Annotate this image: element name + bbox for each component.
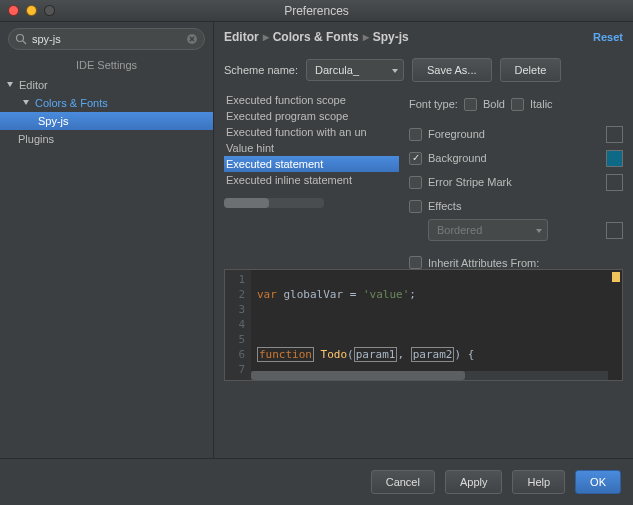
disclosure-icon[interactable]	[22, 99, 30, 107]
list-item[interactable]: Executed inline statement	[224, 172, 399, 188]
zoom-window-icon	[44, 5, 55, 16]
scheme-value: Darcula_	[315, 64, 359, 76]
effects-label: Effects	[428, 200, 461, 212]
error-stripe-swatch[interactable]	[606, 174, 623, 191]
help-button[interactable]: Help	[512, 470, 565, 494]
stripe-marker-icon	[612, 272, 620, 282]
sidebar: IDE Settings Editor Colors & Fonts Spy-j…	[0, 22, 214, 458]
italic-label: Italic	[530, 98, 553, 110]
disclosure-icon[interactable]	[6, 81, 14, 89]
attr-list-wrap: Executed function scope Executed program…	[224, 92, 399, 269]
delete-button[interactable]: Delete	[500, 58, 562, 82]
foreground-checkbox[interactable]	[409, 128, 422, 141]
error-stripe-label: Error Stripe Mark	[428, 176, 512, 188]
effects-checkbox[interactable]	[409, 200, 422, 213]
chevron-right-icon: ▸	[363, 30, 369, 44]
minimize-window-icon[interactable]	[26, 5, 37, 16]
tree-label: Colors & Fonts	[35, 97, 108, 109]
tree-label: Plugins	[18, 133, 54, 145]
tree-label: Spy-js	[38, 115, 69, 127]
scheme-label: Scheme name:	[224, 64, 298, 76]
background-label: Background	[428, 152, 487, 164]
gutter: 1234567	[225, 270, 251, 380]
list-item[interactable]: Value hint	[224, 140, 399, 156]
settings-tree[interactable]: Editor Colors & Fonts Spy-js Plugins	[0, 76, 213, 458]
clear-icon[interactable]	[186, 33, 198, 45]
horizontal-scrollbar[interactable]	[224, 198, 324, 208]
bold-checkbox[interactable]	[464, 98, 477, 111]
content-panel: Editor ▸ Colors & Fonts ▸ Spy-js Reset S…	[214, 22, 633, 458]
tree-label: Editor	[19, 79, 48, 91]
reset-link[interactable]: Reset	[593, 31, 623, 43]
bold-label: Bold	[483, 98, 505, 110]
tree-item-plugins[interactable]: Plugins	[0, 130, 213, 148]
list-item[interactable]: Executed function scope	[224, 92, 399, 108]
svg-point-0	[17, 35, 24, 42]
code-area: var globalVar = 'value'; function Todo(p…	[251, 270, 608, 370]
svg-line-1	[23, 41, 26, 44]
crumb[interactable]: Editor	[224, 30, 259, 44]
inherit-checkbox[interactable]	[409, 256, 422, 269]
error-stripe-checkbox[interactable]	[409, 176, 422, 189]
effects-kind-value: Bordered	[437, 224, 482, 236]
code-preview[interactable]: 1234567 var globalVar = 'value'; functio…	[224, 269, 623, 381]
background-swatch[interactable]	[606, 150, 623, 167]
apply-button[interactable]: Apply	[445, 470, 503, 494]
scheme-select[interactable]: Darcula_	[306, 59, 404, 81]
list-item[interactable]: Executed function with an un	[224, 124, 399, 140]
options-panel: Font type: Bold Italic Foreground Backgr…	[409, 92, 623, 269]
tree-item-spy-js[interactable]: Spy-js	[0, 112, 213, 130]
window-title: Preferences	[0, 4, 633, 18]
search-icon	[15, 33, 27, 45]
tree-item-editor[interactable]: Editor	[0, 76, 213, 94]
breadcrumb: Editor ▸ Colors & Fonts ▸ Spy-js	[224, 30, 409, 44]
search-input[interactable]	[32, 33, 181, 45]
background-checkbox[interactable]	[409, 152, 422, 165]
horizontal-scrollbar[interactable]	[251, 371, 608, 380]
inherit-label: Inherit Attributes From:	[428, 257, 539, 269]
effects-kind-select[interactable]: Bordered	[428, 219, 548, 241]
foreground-swatch[interactable]	[606, 126, 623, 143]
button-bar: Cancel Apply Help OK	[0, 458, 633, 504]
crumb[interactable]: Spy-js	[373, 30, 409, 44]
titlebar: Preferences	[0, 0, 633, 22]
ok-button[interactable]: OK	[575, 470, 621, 494]
window-controls	[8, 5, 55, 16]
search-field[interactable]	[8, 28, 205, 50]
chevron-right-icon: ▸	[263, 30, 269, 44]
crumb[interactable]: Colors & Fonts	[273, 30, 359, 44]
effects-swatch[interactable]	[606, 222, 623, 239]
tree-item-colors-fonts[interactable]: Colors & Fonts	[0, 94, 213, 112]
close-window-icon[interactable]	[8, 5, 19, 16]
chevron-down-icon	[535, 224, 543, 236]
italic-checkbox[interactable]	[511, 98, 524, 111]
list-item[interactable]: Executed statement	[224, 156, 399, 172]
font-type-label: Font type:	[409, 98, 458, 110]
save-as-button[interactable]: Save As...	[412, 58, 492, 82]
attribute-list[interactable]: Executed function scope Executed program…	[224, 92, 399, 188]
foreground-label: Foreground	[428, 128, 485, 140]
chevron-down-icon	[391, 64, 399, 76]
ide-settings-label: IDE Settings	[0, 56, 213, 76]
list-item[interactable]: Executed program scope	[224, 108, 399, 124]
cancel-button[interactable]: Cancel	[371, 470, 435, 494]
